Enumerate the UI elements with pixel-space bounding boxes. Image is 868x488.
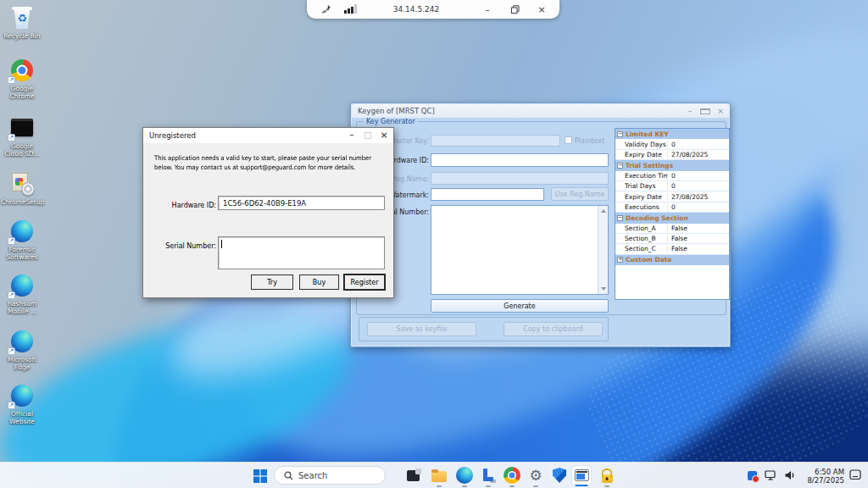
property-label: Expiry Date bbox=[615, 151, 668, 158]
hardware-id-input[interactable] bbox=[431, 153, 609, 167]
notification-center-icon[interactable] bbox=[849, 468, 861, 484]
generate-button[interactable]: Generate bbox=[431, 299, 609, 313]
taskbar-clock[interactable]: 6:50 AM 8/27/2025 bbox=[807, 468, 844, 485]
property-value[interactable]: 0 bbox=[668, 203, 676, 211]
search-icon bbox=[284, 471, 293, 480]
property-row-section-b[interactable]: Section_BFalse bbox=[615, 234, 729, 244]
property-row-section-c[interactable]: Section_CFalse bbox=[615, 244, 729, 254]
shortcut-arrow-icon: ↗ bbox=[8, 347, 15, 355]
edge-icon[interactable] bbox=[454, 465, 475, 485]
desktop-icon-label: OfficialWebsite bbox=[1, 410, 43, 425]
rdp-close-button[interactable]: × bbox=[531, 0, 553, 19]
start-button[interactable] bbox=[250, 466, 270, 485]
property-value[interactable]: 27/08/2025 bbox=[668, 151, 708, 158]
property-category-custom-data[interactable]: +Custom Data bbox=[615, 255, 729, 265]
property-category-trial-settings[interactable]: −Trial Settings bbox=[615, 160, 729, 170]
property-label: Section_B bbox=[615, 235, 668, 242]
property-value[interactable]: False bbox=[668, 225, 687, 232]
property-value[interactable]: 0 bbox=[668, 182, 676, 190]
buy-button[interactable]: Buy bbox=[299, 274, 339, 290]
edge-icon: ↗ bbox=[9, 329, 35, 354]
desktop-icon-google-cloudsd[interactable]: ↗GoogleCloud SD... bbox=[1, 115, 43, 158]
property-row-expiry-date[interactable]: Expiry Date27/08/2025 bbox=[615, 191, 729, 202]
register-button[interactable]: Register bbox=[344, 274, 385, 290]
search-box[interactable]: Search bbox=[274, 466, 386, 485]
scrollbar[interactable] bbox=[598, 206, 608, 294]
property-value[interactable]: False bbox=[668, 245, 687, 252]
running-indicator bbox=[604, 485, 609, 488]
watermark-input[interactable] bbox=[431, 188, 544, 201]
file-explorer-icon[interactable] bbox=[429, 465, 449, 485]
dialog-close-button[interactable]: × bbox=[380, 128, 388, 143]
installer-icon bbox=[9, 171, 35, 197]
terminal-icon: ↗ bbox=[9, 115, 35, 141]
category-label: Custom Data bbox=[626, 256, 671, 263]
unregistered-dialog: Unregistered – × This application needs … bbox=[142, 127, 394, 298]
property-category-decoding-section[interactable]: −Decoding Section bbox=[615, 213, 729, 223]
dialog-minimize-button[interactable]: – bbox=[348, 128, 356, 143]
desktop-icon-label: GoogleChrome bbox=[1, 85, 43, 100]
collapse-icon[interactable]: − bbox=[617, 131, 623, 137]
rdp-restore-button[interactable] bbox=[504, 0, 526, 19]
property-label: Trial Days bbox=[615, 182, 668, 190]
windows-security-icon[interactable] bbox=[549, 465, 570, 485]
expand-icon[interactable]: + bbox=[617, 257, 623, 263]
recycle-icon: ♻ bbox=[9, 5, 35, 30]
desktop-icon-hashsum-mobile[interactable]: ↗hashsumMobile ... bbox=[1, 273, 43, 315]
property-value[interactable]: 0 bbox=[668, 141, 676, 148]
desktop-icon-recyclebin[interactable]: ♻Recycle Bin bbox=[1, 5, 43, 40]
window-preview-icon[interactable] bbox=[403, 465, 423, 485]
property-value[interactable]: 0 bbox=[668, 172, 676, 180]
dialog-serial-number-input[interactable] bbox=[218, 236, 385, 269]
property-row-execution-time[interactable]: Execution Time0 bbox=[615, 171, 729, 181]
desktop-icon-label: ForensicSoftwares bbox=[1, 246, 43, 261]
keygen-window-icon[interactable] bbox=[571, 465, 592, 485]
desktop-icon-official-website[interactable]: ↗OfficialWebsite bbox=[1, 383, 43, 425]
property-row-executions[interactable]: Executions0 bbox=[615, 202, 729, 213]
desktop-icon-google-chrome[interactable]: ↗GoogleChrome bbox=[1, 58, 43, 100]
property-grid: −Limited KEYValidity Days0Expiry Date27/… bbox=[615, 128, 730, 300]
shortcut-arrow-icon: ↗ bbox=[8, 291, 15, 299]
property-row-expiry-date[interactable]: Expiry Date27/08/2025 bbox=[615, 150, 729, 160]
volume-icon[interactable] bbox=[784, 468, 796, 484]
desktop-icon-forensic-softwares[interactable]: ↗ForensicSoftwares bbox=[1, 219, 43, 261]
property-row-trial-days[interactable]: Trial Days0 bbox=[615, 181, 729, 191]
property-label: Execution Time bbox=[615, 172, 668, 180]
keygen-close-button[interactable]: × bbox=[715, 106, 726, 116]
network-icon[interactable] bbox=[765, 468, 776, 484]
dialog-hardware-id-input[interactable]: 1C56-6D62-40B9-E19A bbox=[218, 196, 385, 210]
keygen-maximize-button[interactable] bbox=[700, 108, 710, 114]
collapse-icon[interactable]: − bbox=[617, 163, 623, 169]
running-indicator bbox=[437, 485, 442, 488]
remote-app-icon[interactable] bbox=[478, 465, 498, 485]
desktop: ♻Recycle Bin↗GoogleChrome↗GoogleCloud SD… bbox=[0, 0, 868, 488]
property-row-section-a[interactable]: Section_AFalse bbox=[615, 224, 729, 234]
running-indicator bbox=[509, 485, 515, 488]
desktop-icon-microsoft-edge[interactable]: ↗MicrosoftEdge bbox=[1, 329, 43, 371]
chrome-icon[interactable] bbox=[502, 465, 522, 485]
settings-gear-icon[interactable]: ⚙ bbox=[526, 465, 546, 485]
tray-app-alert-icon[interactable] bbox=[748, 471, 757, 480]
chrome-icon: ↗ bbox=[9, 58, 35, 83]
dialog-serial-number-label: Serial Number: bbox=[150, 242, 216, 250]
collapse-icon[interactable]: − bbox=[617, 215, 623, 221]
category-label: Decoding Section bbox=[626, 214, 688, 222]
property-category-limited-key[interactable]: −Limited KEY bbox=[615, 129, 729, 139]
shortcut-arrow-icon: ↗ bbox=[8, 237, 15, 245]
running-indicator bbox=[486, 485, 491, 488]
property-value[interactable]: False bbox=[668, 235, 687, 242]
property-row-validity-days[interactable]: Validity Days0 bbox=[615, 139, 729, 149]
desktop-icon-label: Recycle Bin bbox=[1, 32, 43, 40]
keygen-minimize-button[interactable]: – bbox=[685, 106, 695, 116]
padlock-icon[interactable] bbox=[597, 465, 617, 485]
desktop-icon-chromesetup[interactable]: ChromeSetup bbox=[1, 171, 43, 206]
serial-number-textarea[interactable] bbox=[431, 205, 609, 295]
category-label: Limited KEY bbox=[626, 130, 669, 138]
property-value[interactable]: 27/08/2025 bbox=[668, 193, 708, 201]
running-indicator bbox=[462, 485, 467, 488]
taskbar: Search ⚙ 6:50 AM 8/27/2025 bbox=[0, 462, 868, 488]
try-button[interactable]: Try bbox=[251, 274, 293, 290]
rdp-minimize-button[interactable]: – bbox=[476, 0, 498, 19]
desktop-icon-label: GoogleCloud SD... bbox=[1, 142, 43, 158]
shortcut-arrow-icon: ↗ bbox=[8, 134, 15, 141]
